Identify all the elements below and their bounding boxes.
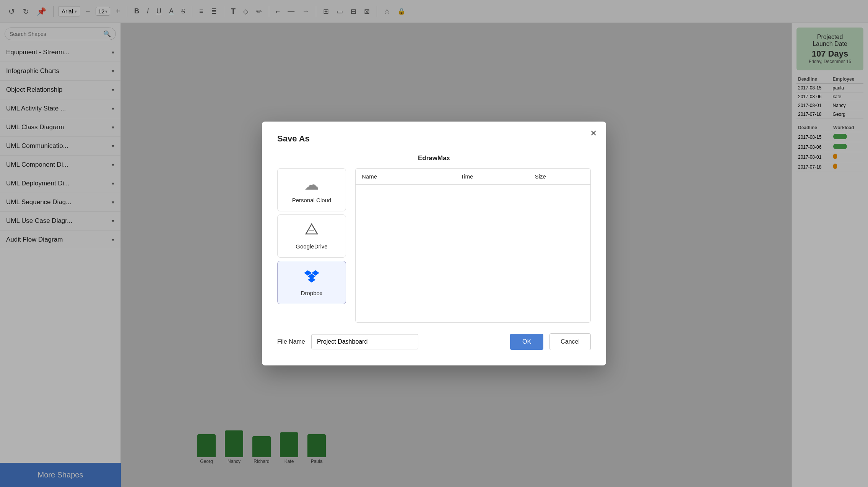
col-time-header: Time (461, 173, 535, 180)
file-name-input[interactable] (311, 334, 418, 349)
svg-marker-0 (306, 224, 317, 234)
provider-name-1: GoogleDrive (296, 243, 327, 250)
dropbox-icon (304, 269, 319, 286)
modal-bottom: File Name OK Cancel (277, 333, 591, 350)
modal-title: Save As (277, 134, 591, 144)
modal-body: ☁Personal Cloud GoogleDrive Dropbox Name… (277, 168, 591, 323)
provider-google_drive[interactable]: GoogleDrive (277, 214, 346, 258)
provider-dropbox[interactable]: Dropbox (277, 261, 346, 304)
ok-button[interactable]: OK (510, 334, 543, 350)
file-table-area: Name Time Size (355, 168, 591, 323)
modal-overlay: Save As ✕ EdrawMax ☁Personal Cloud Googl… (0, 0, 868, 487)
provider-name-2: Dropbox (301, 290, 323, 296)
file-table-header: Name Time Size (356, 169, 590, 185)
provider-list: ☁Personal Cloud GoogleDrive Dropbox (277, 168, 346, 323)
file-table-body (356, 185, 590, 322)
col-name-header: Name (362, 173, 461, 180)
save-as-modal: Save As ✕ EdrawMax ☁Personal Cloud Googl… (262, 122, 606, 365)
gdrive-icon (305, 222, 319, 239)
file-name-label: File Name (277, 338, 305, 345)
svg-marker-5 (308, 277, 315, 282)
provider-personal_cloud[interactable]: ☁Personal Cloud (277, 168, 346, 211)
provider-name-0: Personal Cloud (292, 197, 332, 203)
modal-close-button[interactable]: ✕ (590, 129, 597, 138)
cancel-button[interactable]: Cancel (549, 333, 591, 350)
edrawmax-title: EdrawMax (277, 154, 591, 162)
col-size-header: Size (535, 173, 584, 180)
cloud-icon: ☁ (304, 176, 319, 193)
